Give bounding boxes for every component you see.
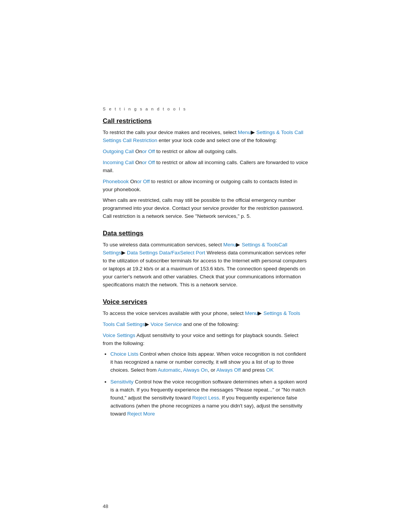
sensitivity-link[interactable]: Sensitivity (110, 379, 134, 385)
always-on-link[interactable]: Always On (183, 367, 208, 373)
voice-menu-link[interactable]: Menu (245, 310, 258, 316)
voice-services-heading: Voice services (103, 298, 308, 306)
call-restrictions-intro-text: To restrict the calls your device makes … (103, 129, 238, 135)
page-container: S e t t i n g s a n d t o o l s Call res… (0, 0, 411, 532)
select-port-link[interactable]: Select Port (180, 250, 205, 256)
voice-services-intro2: Tools Call Settings▶ Voice Service and o… (103, 321, 308, 329)
voice-tools-link[interactable]: Tools (103, 321, 115, 327)
reject-more-link[interactable]: Reject More (127, 411, 155, 417)
voice-arrow1: ▶ (258, 310, 263, 316)
phonebook-text: Phonebook Onor Off to restrict or allow … (103, 178, 308, 194)
voice-call-settings-link[interactable]: Call Settings (116, 321, 145, 327)
incoming-or-link: or (142, 160, 148, 165)
settings-tools-link[interactable]: Settings & Tools (256, 129, 293, 135)
data-arrow1: ▶ (236, 242, 242, 248)
menu-link[interactable]: Menu (238, 129, 251, 135)
page-number: 48 (103, 503, 108, 509)
data-fax-link[interactable]: Data/Fax (159, 250, 180, 256)
call-restrictions-intro: To restrict the calls your device makes … (103, 129, 308, 145)
voice-services-section: Voice services To access the voice servi… (103, 298, 308, 418)
phonebook-or-link: or (137, 179, 143, 184)
choice-or: , or (208, 367, 217, 373)
voice-settings-link[interactable]: Voice Settings (103, 332, 135, 338)
phonebook-off-link[interactable]: Off (143, 179, 150, 184)
outgoing-on-text: On (134, 149, 142, 154)
incoming-off-link[interactable]: Off (148, 160, 155, 165)
phonebook-on-text: On (129, 179, 137, 184)
voice-settings-tools-link[interactable]: Settings & Tools (263, 310, 300, 316)
choice-and-press: and press (241, 367, 266, 373)
ok-link[interactable]: OK (266, 367, 274, 373)
bullet-sensitivity: Sensitivity Control how the voice recogn… (110, 378, 308, 418)
data-settings-section: Data settings To use wireless data commu… (103, 230, 308, 289)
choice-lists-link[interactable]: Choice Lists (110, 351, 139, 357)
arrow1: ▶ (251, 129, 256, 135)
voice-service-link[interactable]: Voice Service (151, 321, 182, 327)
data-settings-tools-link[interactable]: Settings & Tools (242, 242, 279, 248)
data-settings-link[interactable]: Data Settings (127, 250, 158, 256)
voice-intro-text: To access the voice services available w… (103, 310, 245, 316)
call-restrictions-section: Call restrictions To restrict the calls … (103, 117, 308, 220)
data-arrow2: ▶ (121, 250, 127, 256)
outgoing-call-link[interactable]: Outgoing Call (103, 149, 134, 154)
incoming-call-text: Incoming Call Onor Off to restrict or al… (103, 159, 308, 175)
voice-bullet-list: Choice Lists Control when choice lists a… (110, 350, 308, 418)
outgoing-desc: to restrict or allow all outgoing calls. (155, 149, 237, 154)
data-settings-intro: To use wireless data communication servi… (103, 241, 308, 289)
incoming-call-link[interactable]: Incoming Call (103, 160, 134, 165)
incoming-on-text: On (134, 160, 142, 165)
outgoing-off-link[interactable]: Off (148, 149, 155, 154)
section-label: S e t t i n g s a n d t o o l s (103, 107, 308, 111)
outgoing-or-link: or (142, 149, 148, 154)
bullet-choice-lists: Choice Lists Control when choice lists a… (110, 350, 308, 374)
voice-arrow2: ▶ (145, 321, 151, 327)
automatic-link[interactable]: Automatic (158, 367, 181, 373)
voice-services-intro: To access the voice services available w… (103, 310, 308, 318)
data-intro-text: To use wireless data communication servi… (103, 242, 223, 248)
intro-text2: enter your lock code and select one of t… (157, 137, 277, 143)
outgoing-call-text: Outgoing Call Onor Off to restrict or al… (103, 148, 308, 156)
always-off-link[interactable]: Always Off (216, 367, 241, 373)
data-menu-link[interactable]: Menu (223, 242, 236, 248)
voice-and-text: and one of the following: (182, 321, 239, 327)
data-settings-heading: Data settings (103, 230, 308, 237)
call-restriction-link[interactable]: Call Restriction (123, 137, 158, 143)
phonebook-link[interactable]: Phonebook (103, 179, 129, 184)
voice-settings-desc: Voice Settings Adjust sensitivity to you… (103, 332, 308, 348)
call-restrictions-heading: Call restrictions (103, 117, 308, 125)
reject-less-link[interactable]: Reject Less (192, 395, 219, 401)
call-restrictions-warning: When calls are restricted, calls may sti… (103, 197, 308, 220)
